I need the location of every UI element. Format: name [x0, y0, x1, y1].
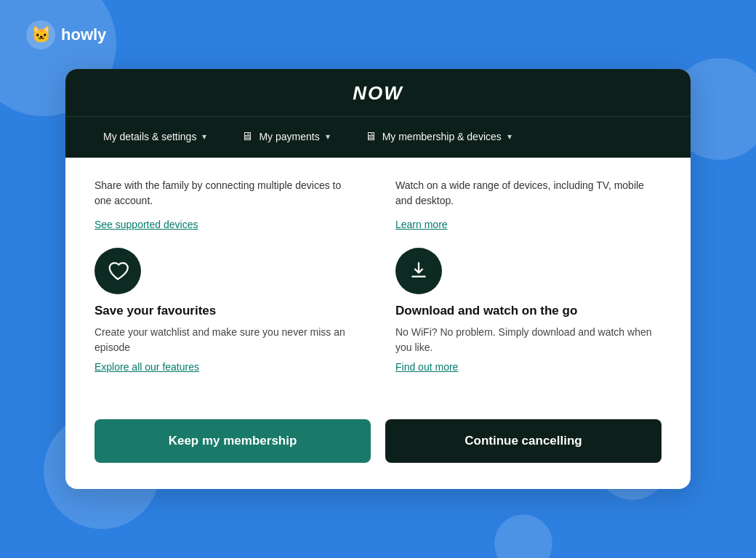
- main-card: NOW My details & settings ▾ 🖥 My payment…: [65, 69, 691, 489]
- nav-label-details: My details & settings: [103, 131, 196, 142]
- feature-favourites-desc: Create your watchlist and make sure you …: [94, 325, 361, 355]
- feature-watch-intro: Watch on a wide range of devices, includ…: [395, 178, 662, 209]
- find-out-more-link[interactable]: Find out more: [395, 361, 662, 373]
- nav-bar: My details & settings ▾ 🖥 My payments ▾ …: [65, 116, 691, 158]
- feature-favourites-title: Save your favourites: [94, 303, 361, 319]
- chevron-down-icon-payments: ▾: [326, 132, 330, 142]
- payments-icon: 🖥: [241, 130, 253, 143]
- heart-icon: [107, 260, 129, 282]
- feature-download: Download and watch on the go No WiFi? No…: [395, 248, 662, 373]
- chevron-down-icon-details: ▾: [202, 132, 206, 142]
- content-area: Share with the family by connecting mult…: [65, 158, 691, 419]
- howly-logo: 🐱 howly: [26, 20, 106, 49]
- svg-text:🐱: 🐱: [31, 25, 52, 44]
- membership-icon: 🖥: [365, 130, 377, 143]
- feature-share-intro: Share with the family by connecting mult…: [94, 178, 361, 209]
- explore-features-link[interactable]: Explore all our features: [94, 361, 361, 373]
- keep-membership-button[interactable]: Keep my membership: [94, 419, 371, 463]
- chevron-down-icon-membership: ▾: [507, 132, 512, 142]
- howly-logo-text: howly: [61, 25, 106, 44]
- continue-cancelling-button[interactable]: Continue cancelling: [385, 419, 662, 463]
- download-icon-circle: [395, 248, 442, 294]
- howly-icon: 🐱: [26, 20, 55, 49]
- feature-download-desc: No WiFi? No problem. Simply download and…: [395, 325, 662, 355]
- nav-item-details[interactable]: My details & settings ▾: [86, 118, 224, 157]
- button-row: Keep my membership Continue cancelling: [65, 419, 691, 489]
- feature-favourites: Save your favourites Create your watchli…: [94, 248, 361, 373]
- now-header: NOW: [65, 69, 691, 116]
- learn-more-link[interactable]: Learn more: [395, 219, 662, 230]
- favourites-icon-circle: [94, 248, 141, 294]
- nav-item-membership[interactable]: 🖥 My membership & devices ▾: [347, 117, 529, 158]
- feature-watch: Watch on a wide range of devices, includ…: [395, 178, 662, 230]
- download-icon: [408, 260, 430, 282]
- feature-download-title: Download and watch on the go: [395, 303, 662, 319]
- now-logo: NOW: [353, 82, 403, 105]
- bg-decor-circle-5: [494, 514, 552, 558]
- feature-share: Share with the family by connecting mult…: [94, 178, 361, 230]
- nav-label-payments: My payments: [259, 131, 319, 142]
- nav-item-payments[interactable]: 🖥 My payments ▾: [224, 117, 347, 158]
- features-grid: Share with the family by connecting mult…: [94, 178, 662, 373]
- see-supported-devices-link[interactable]: See supported devices: [94, 219, 361, 230]
- nav-label-membership: My membership & devices: [382, 131, 502, 142]
